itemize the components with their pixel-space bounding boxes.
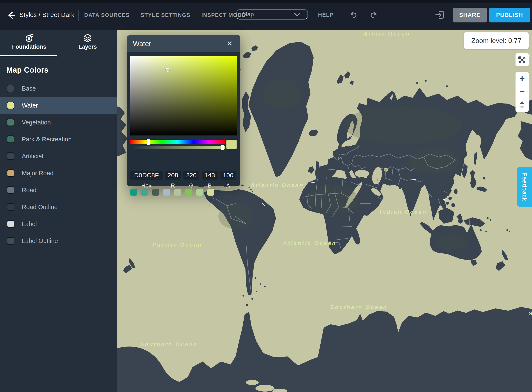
zoom-in-button[interactable]: + <box>515 72 529 85</box>
tab-layers-label: Layers <box>58 44 117 50</box>
nav-item-style-settings[interactable]: STYLE SETTINGS <box>141 12 190 18</box>
exit-editor-icon[interactable] <box>434 9 445 20</box>
compass-icon <box>519 101 525 109</box>
preset-swatch-4[interactable] <box>174 189 181 196</box>
color-swatch[interactable] <box>7 237 14 245</box>
ocean-label: Arctic Ocean <box>363 30 410 37</box>
sidebar-tabs: Foundations Layers <box>0 30 117 56</box>
inspect-mode-value: Map <box>242 11 254 18</box>
share-button[interactable]: SHARE <box>453 8 487 23</box>
layers-icon <box>58 33 117 43</box>
foundations-icon <box>0 33 58 43</box>
green-field-label: G <box>183 182 199 189</box>
alpha-field-label: A <box>220 182 236 189</box>
layer-color-label: Major Road <box>22 170 54 177</box>
zoom-out-button[interactable]: − <box>515 85 529 98</box>
green-input[interactable] <box>183 171 199 180</box>
color-swatch[interactable] <box>7 85 14 92</box>
layer-color-row-base[interactable]: Base <box>0 80 117 97</box>
hue-slider[interactable] <box>130 140 225 144</box>
layer-color-label: Road <box>22 187 36 194</box>
tab-foundations-label: Foundations <box>0 44 58 50</box>
color-swatch[interactable] <box>7 152 14 160</box>
ocean-label: Sout <box>529 310 532 317</box>
layer-color-row-vegetation[interactable]: Vegetation <box>0 114 117 131</box>
preset-swatch-3[interactable] <box>163 189 170 196</box>
help-menu[interactable]: HELP <box>318 12 333 18</box>
blue-input[interactable] <box>202 171 218 180</box>
preset-swatch-7[interactable] <box>207 189 214 196</box>
ocean-label: Atlantic Ocean <box>250 182 304 188</box>
window-top-strip <box>0 0 532 3</box>
alpha-slider[interactable] <box>130 146 225 149</box>
map-style-editor: Styles / Street Dark DATA SOURCESSTYLE S… <box>0 0 532 392</box>
layer-color-row-major-road[interactable]: Major Road <box>0 165 117 182</box>
layer-color-row-park-recreation[interactable]: Park & Recreation <box>0 131 117 148</box>
publish-button[interactable]: PUBLISH <box>489 8 530 23</box>
color-picker-title: Water <box>133 40 151 48</box>
back-arrow-icon[interactable] <box>6 10 16 20</box>
color-cursor[interactable] <box>166 68 170 72</box>
layer-color-row-label[interactable]: Label <box>0 215 117 232</box>
nav-item-data-sources[interactable]: DATA SOURCES <box>84 12 130 18</box>
preset-swatch-1[interactable] <box>141 189 148 196</box>
feedback-tab-label: Feedback <box>521 173 528 201</box>
blue-field-label: B <box>202 182 218 189</box>
tab-layers[interactable]: Layers <box>58 30 117 56</box>
map-colors-heading: Map Colors <box>6 66 48 75</box>
current-color-swatch <box>227 140 236 149</box>
layer-color-row-road-outline[interactable]: Road Outline <box>0 199 117 215</box>
color-picker-header[interactable]: Water ✕ <box>127 35 241 52</box>
color-swatch[interactable] <box>7 119 14 126</box>
map-colors-list: BaseWaterVegetationPark & RecreationArti… <box>0 80 117 249</box>
hex-input[interactable] <box>130 171 162 180</box>
layer-color-label: Park & Recreation <box>22 136 72 143</box>
saturation-value-area[interactable] <box>130 56 237 135</box>
layer-color-label: Label Outline <box>22 238 58 244</box>
feedback-tab[interactable]: Feedback <box>517 167 532 207</box>
color-swatch[interactable] <box>7 186 14 194</box>
preset-swatch-6[interactable] <box>196 189 203 196</box>
layer-color-label: Road Outline <box>22 204 58 211</box>
color-swatch[interactable] <box>7 102 14 109</box>
hue-slider-handle[interactable] <box>147 139 150 145</box>
close-icon[interactable]: ✕ <box>226 39 234 48</box>
color-picker-popup: Water ✕ Hex R G B A <box>127 35 241 186</box>
compass-pitch-button[interactable] <box>515 98 529 111</box>
preset-swatch-5[interactable] <box>185 189 192 196</box>
layer-color-label: Label <box>22 220 37 228</box>
layer-color-label: Artificial <box>22 153 43 160</box>
inspect-mode-select[interactable]: Map <box>236 9 308 19</box>
zoom-controls: + − <box>515 72 529 112</box>
tab-foundations[interactable]: Foundations <box>0 30 58 56</box>
preset-swatch-2[interactable] <box>152 189 159 196</box>
alpha-slider-handle[interactable] <box>221 145 224 150</box>
color-swatch[interactable] <box>7 220 14 228</box>
color-swatch[interactable] <box>7 203 14 211</box>
redo-icon[interactable] <box>369 10 378 20</box>
undo-icon[interactable] <box>349 10 358 20</box>
chevron-down-icon <box>294 13 300 18</box>
layer-color-label: Vegetation <box>22 119 51 126</box>
color-swatch[interactable] <box>7 169 14 177</box>
layer-color-row-road[interactable]: Road <box>0 182 117 199</box>
top-bar: Styles / Street Dark DATA SOURCESSTYLE S… <box>0 0 532 30</box>
zoom-level-indicator: Zoom level: 0.77 <box>464 32 529 49</box>
fullscreen-button[interactable] <box>515 53 529 66</box>
preset-swatch-0[interactable] <box>130 189 137 196</box>
breadcrumb: Styles / Street Dark <box>19 11 74 19</box>
red-field-label: R <box>165 182 181 189</box>
color-swatch[interactable] <box>7 135 14 143</box>
layer-color-row-water[interactable]: Water <box>0 97 117 114</box>
layer-color-label: Base <box>22 85 36 92</box>
ocean-label: Southern Ocean <box>140 341 198 348</box>
alpha-input[interactable] <box>220 171 236 180</box>
topbar-nav: DATA SOURCESSTYLE SETTINGSINSPECT MODE <box>84 0 246 30</box>
active-tab-underline <box>0 55 57 56</box>
layer-color-row-label-outline[interactable]: Label Outline <box>0 232 117 249</box>
layer-color-row-artificial[interactable]: Artificial <box>0 148 117 165</box>
red-input[interactable] <box>165 171 181 180</box>
ocean-label: Southern Ocean <box>330 304 388 310</box>
ocean-label: Indian Ocean <box>380 209 427 215</box>
layer-color-label: Water <box>22 102 38 109</box>
